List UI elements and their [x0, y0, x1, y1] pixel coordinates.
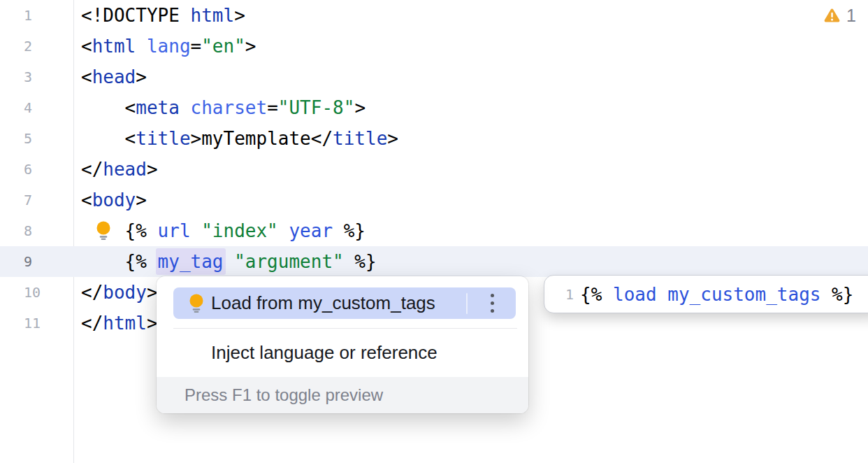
code-token: head [103, 159, 147, 180]
code-token: title [136, 128, 190, 149]
code-line[interactable]: 7<body> [0, 185, 868, 215]
code-token: > [136, 66, 147, 87]
code-token: = [191, 36, 202, 57]
code-token: </ [81, 159, 103, 180]
line-number[interactable]: 5 [24, 123, 32, 154]
code-line[interactable]: 9 {% my_tag "argument" %} [0, 246, 868, 277]
code-token: {% [580, 284, 613, 305]
line-text: <body> [81, 185, 147, 215]
code-line[interactable]: 5 <title>myTemplate</title> [0, 123, 868, 154]
code-token: %} [333, 220, 366, 241]
intention-item-inject-language[interactable]: Inject language or reference [157, 329, 528, 377]
line-number[interactable]: 1 [24, 0, 32, 31]
code-line[interactable]: 6</head> [0, 154, 868, 185]
code-token: >myTemplate</ [191, 128, 333, 149]
code-token: </ [81, 313, 103, 334]
code-token: load [613, 284, 657, 305]
code-token: < [81, 97, 136, 118]
line-text: </body> [81, 277, 158, 308]
code-token [657, 284, 668, 305]
preview-panel: 1 {% load my_custom_tags %} [544, 275, 868, 313]
intention-popup: Load from my_custom_tags Inject language… [157, 276, 528, 413]
popup-footer: Press F1 to toggle preview [157, 377, 528, 413]
line-text: <html lang="en"> [81, 31, 256, 62]
code-token [224, 251, 235, 272]
item-separator [466, 293, 468, 314]
code-token: "index" [201, 220, 278, 241]
code-line[interactable]: 8 {% url "index" year %} [0, 215, 868, 246]
code-token: <!DOCTYPE [81, 5, 191, 26]
code-token: > [147, 159, 158, 180]
code-token: %} [820, 284, 853, 305]
code-token: </ [81, 282, 103, 303]
line-number[interactable]: 3 [24, 62, 32, 92]
code-token: "UTF-8" [278, 97, 355, 118]
code-token: < [81, 128, 136, 149]
code-token: > [234, 5, 245, 26]
warning-count: 1 [846, 7, 856, 24]
code-token: "argument" [234, 251, 344, 272]
code-token: > [245, 36, 256, 57]
code-token: url [158, 220, 191, 241]
code-token: lang [147, 36, 191, 57]
code-token: > [354, 97, 366, 118]
line-text: </html> [81, 308, 158, 339]
code-token: < [81, 66, 92, 87]
code-token: html [191, 5, 235, 26]
line-number[interactable]: 4 [24, 92, 32, 123]
preview-line-number: 1 [565, 286, 574, 303]
footer-hint: Press F1 to toggle preview [185, 385, 383, 404]
code-token: {% [81, 251, 158, 272]
code-token: head [92, 66, 136, 87]
code-token: < [81, 190, 92, 211]
code-token: < [81, 36, 92, 57]
code-token: = [267, 97, 278, 118]
warning-icon [824, 8, 840, 22]
more-options-icon[interactable] [489, 292, 496, 314]
code-token: body [103, 282, 147, 303]
line-text: <meta charset="UTF-8"> [81, 92, 366, 123]
line-number[interactable]: 8 [24, 215, 32, 246]
code-token: > [387, 128, 398, 149]
code-token: html [92, 36, 136, 57]
line-text: </head> [81, 154, 158, 185]
line-text: <!DOCTYPE html> [81, 0, 245, 31]
code-line[interactable]: 2<html lang="en"> [0, 31, 868, 62]
code-token: html [103, 313, 147, 334]
code-token [180, 97, 191, 118]
code-line[interactable]: 4 <meta charset="UTF-8"> [0, 92, 868, 123]
inspections-widget[interactable]: 1 [824, 7, 856, 24]
code-token: body [92, 190, 136, 211]
line-number[interactable]: 7 [24, 185, 32, 215]
editor-window: 1<!DOCTYPE html>2<html lang="en">3<head>… [0, 0, 868, 463]
code-token: %} [344, 251, 377, 272]
code-token: meta [136, 97, 180, 118]
preview-code: {% load my_custom_tags %} [580, 284, 853, 305]
line-number[interactable]: 6 [24, 154, 32, 185]
code-token: > [136, 190, 147, 211]
line-text: {% my_tag "argument" %} [81, 246, 377, 277]
code-token: {% [81, 220, 158, 241]
line-text: {% url "index" year %} [81, 215, 366, 246]
intention-label: Load from my_custom_tags [211, 292, 435, 314]
inject-label: Inject language or reference [211, 342, 437, 364]
code-token: my_tag [156, 248, 226, 275]
code-token: year [289, 220, 333, 241]
lightbulb-icon [189, 294, 204, 313]
line-number[interactable]: 9 [24, 246, 32, 277]
line-text: <head> [81, 62, 147, 92]
line-number[interactable]: 11 [24, 308, 41, 339]
code-token: title [333, 128, 387, 149]
line-number[interactable]: 2 [24, 31, 32, 62]
line-number[interactable]: 10 [24, 277, 41, 308]
code-line[interactable]: 1<!DOCTYPE html> [0, 0, 868, 31]
code-token: my_custom_tags [667, 284, 820, 305]
code-line[interactable]: 3<head> [0, 62, 868, 92]
code-token [278, 220, 289, 241]
code-token: charset [191, 97, 268, 118]
code-token [136, 36, 147, 57]
line-text: <title>myTemplate</title> [81, 123, 398, 154]
code-token [191, 220, 202, 241]
intention-item-load-from-tags[interactable]: Load from my_custom_tags [173, 287, 516, 319]
code-token: "en" [201, 36, 245, 57]
